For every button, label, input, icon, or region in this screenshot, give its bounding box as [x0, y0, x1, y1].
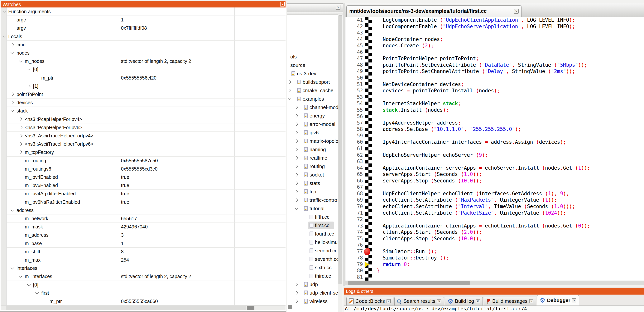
tree-panel-header[interactable]	[287, 4, 343, 12]
watch-row-address[interactable]: address	[7, 206, 286, 214]
expand-icon[interactable]	[10, 43, 14, 46]
watch-row--ns3-pcaphelperforipv4-[interactable]: <ns3::PcapHelperForIpv4>	[7, 115, 286, 123]
collapse-icon[interactable]	[27, 283, 30, 286]
code-line-45[interactable]: nodes.Create (2);	[377, 42, 434, 49]
line-number[interactable]: 65	[345, 171, 363, 178]
code-line-69[interactable]: echoClient.SetAttribute ("MaxPackets", U…	[377, 197, 557, 203]
close-icon[interactable]: ✕	[437, 299, 441, 303]
collapse-icon[interactable]	[10, 266, 14, 269]
watch-row-m-ptr[interactable]: m_ptr0x5555555ca660	[7, 297, 286, 306]
watch-row-m-address[interactable]: m_address3	[7, 231, 286, 239]
watch-row--ns3-asciitracehelperforipv6-[interactable]: <ns3::AsciiTraceHelperForIpv6>	[7, 140, 286, 148]
collapse-icon[interactable]	[295, 206, 298, 210]
watch-row-m-ipv4enabled[interactable]: m_ipv4Enabledtrue	[7, 173, 286, 181]
code-line-44[interactable]: NodeContainer nodes;	[377, 36, 443, 43]
breakpoint-margin[interactable]	[365, 17, 372, 281]
watch-row-m-mask[interactable]: m_mask4294967040	[7, 223, 286, 231]
code-line-65[interactable]: serverApps.Start (Seconds (1.0));	[377, 171, 482, 178]
close-icon[interactable]: ✕	[280, 2, 285, 6]
expand-icon[interactable]	[27, 84, 30, 88]
collapse-icon[interactable]	[35, 291, 39, 294]
expand-icon[interactable]	[295, 182, 298, 185]
watch-row-m-max[interactable]: m_max254	[7, 256, 286, 264]
line-number[interactable]: 66	[345, 178, 363, 184]
line-number[interactable]: 52	[345, 88, 363, 94]
expand-icon[interactable]	[295, 173, 298, 176]
code-line-64[interactable]: ApplicationContainer serverApps = echoSe…	[377, 165, 590, 171]
collapse-icon[interactable]	[19, 274, 22, 278]
code-line-79[interactable]: return 0;	[377, 261, 410, 268]
editor-tab-first-cc[interactable]: mnt/dev/tools/source/ns-3-dev/examples/t…	[346, 5, 522, 17]
code-line-49[interactable]: pointToPoint.SetChannelAttribute ("Delay…	[377, 68, 575, 75]
watch-row-m-ptr[interactable]: m_ptr0x55555556cf20	[7, 74, 286, 82]
tree-vscrollbar[interactable]	[338, 14, 342, 312]
watch-row-m-nodes[interactable]: m_nodesstd::vector of length 2, capacity…	[7, 57, 286, 65]
code-line-73[interactable]: ApplicationContainer clientApps = echoCl…	[377, 223, 590, 229]
expand-icon[interactable]	[295, 106, 298, 109]
collapse-icon[interactable]	[288, 97, 291, 100]
expand-icon[interactable]	[288, 80, 291, 84]
line-number[interactable]: 44	[345, 36, 363, 43]
line-number[interactable]: 77	[345, 248, 363, 255]
code-line-57[interactable]: Ipv4AddressHelper address;	[377, 120, 461, 126]
watch-row-m-interfaces[interactable]: m_interfacesstd::vector of length 2, cap…	[7, 272, 286, 281]
code-line-48[interactable]: pointToPoint.SetDeviceAttribute ("DataRa…	[377, 62, 587, 68]
collapse-icon[interactable]	[19, 59, 22, 62]
logs-tab-build-log[interactable]: ⚙Build log✕	[445, 297, 482, 306]
watch-row-interfaces[interactable]: interfaces	[7, 264, 286, 272]
logs-tab-search-results[interactable]: Search results✕	[394, 297, 444, 306]
code-line-41[interactable]: LogComponentEnable ("UdpEchoClientApplic…	[377, 17, 575, 23]
line-number[interactable]: 50	[345, 75, 363, 81]
code-line-74[interactable]: clientApps.Start (Seconds (2.0));	[377, 229, 482, 236]
line-number[interactable]: 75	[345, 236, 363, 242]
expand-icon[interactable]	[19, 117, 22, 121]
watch-row--ns3-pcaphelperforipv6-[interactable]: <ns3::PcapHelperForIpv6>	[7, 123, 286, 132]
watch-row-nodes[interactable]: nodes	[7, 49, 286, 57]
line-number[interactable]: 47	[345, 55, 363, 62]
watch-row-m-base[interactable]: m_base1	[7, 239, 286, 248]
expand-icon[interactable]	[295, 148, 298, 151]
code-line-42[interactable]: LogComponentEnable ("UdpEchoServerApplic…	[377, 23, 575, 30]
collapse-icon[interactable]	[27, 67, 30, 71]
expand-icon[interactable]	[295, 131, 298, 134]
expand-icon[interactable]	[10, 93, 14, 96]
line-number[interactable]: 63	[345, 158, 363, 165]
close-icon[interactable]: ✕	[514, 9, 518, 14]
watch-row-m-ipv4arpjitterenabled[interactable]: m_ipv4ArpJitterEnabledtrue	[7, 189, 286, 198]
line-number[interactable]: 51	[345, 81, 363, 88]
line-number[interactable]: 53	[345, 94, 363, 101]
line-number[interactable]: 74	[345, 229, 363, 236]
logs-tab-code-blocks[interactable]: Code::Blocks✕	[346, 297, 394, 306]
expand-icon[interactable]	[19, 142, 22, 146]
line-number[interactable]: 46	[345, 49, 363, 56]
line-number[interactable]: 80	[345, 268, 363, 274]
watch-row-m-ipv6enabled[interactable]: m_ipv6Enabledtrue	[7, 181, 286, 189]
line-number[interactable]: 73	[345, 223, 363, 229]
expand-icon[interactable]	[19, 151, 22, 154]
scrollbar-thumb[interactable]	[6, 306, 246, 310]
line-number[interactable]: 76	[345, 242, 363, 248]
expand-icon[interactable]	[295, 123, 298, 126]
watches-titlebar[interactable]: Watches	[0, 1, 286, 7]
line-number[interactable]: 45	[345, 42, 363, 49]
close-icon[interactable]: ✕	[572, 298, 576, 303]
line-number[interactable]: 56	[345, 113, 363, 120]
watch-row-locals[interactable]: Locals	[7, 32, 286, 41]
expand-icon[interactable]	[295, 165, 298, 168]
code-line-52[interactable]: devices = pointToPoint.Install (nodes);	[377, 88, 500, 94]
code-line-58[interactable]: address.SetBase ("10.1.1.0", "255.255.25…	[377, 126, 521, 133]
scrollbar-thumb-dark[interactable]	[247, 306, 254, 310]
line-number[interactable]: 71	[345, 210, 363, 216]
code-line-78[interactable]: Simulator::Destroy ();	[377, 255, 449, 261]
line-number[interactable]: 41	[345, 17, 363, 23]
expand-icon[interactable]	[295, 156, 298, 160]
scrollbar-thumb[interactable]	[338, 15, 342, 284]
code-line-51[interactable]: NetDeviceContainer devices;	[377, 81, 464, 88]
watch-row--ns3-asciitracehelperforipv4-[interactable]: <ns3::AsciiTraceHelperForIpv4>	[7, 132, 286, 140]
expand-icon[interactable]	[10, 101, 14, 104]
code-line-55[interactable]: stack.Install (nodes);	[377, 107, 449, 114]
expand-icon[interactable]	[295, 300, 298, 303]
expand-icon[interactable]	[295, 283, 298, 286]
collapse-icon[interactable]	[10, 109, 14, 112]
line-number[interactable]: 60	[345, 139, 363, 146]
